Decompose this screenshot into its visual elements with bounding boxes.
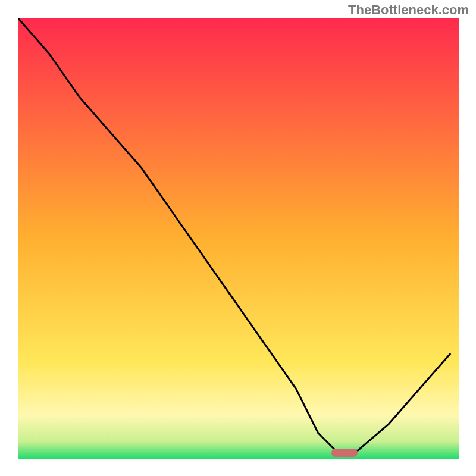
chart-svg (18, 18, 459, 459)
watermark-text: TheBottleneck.com (348, 2, 469, 18)
chart-background (18, 18, 459, 459)
optimum-marker (331, 449, 358, 457)
chart-plot-area (18, 18, 459, 459)
